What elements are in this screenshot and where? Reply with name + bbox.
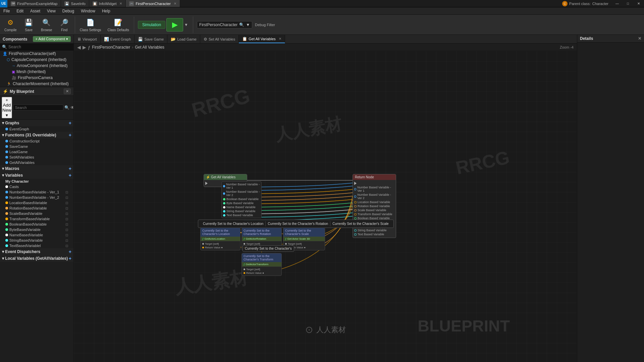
func-setall[interactable]: SetAllVariables: [0, 155, 73, 160]
play-dropdown[interactable]: ▼: [184, 22, 191, 27]
var-string[interactable]: StringBasedVariable ⊡: [0, 238, 73, 243]
copy-btn-11[interactable]: ⊡: [65, 244, 68, 248]
tab-getvars[interactable]: 📋 Get All Variables ✕: [239, 35, 285, 43]
var-rotation[interactable]: RotationBasedVariable ⊡: [0, 205, 73, 211]
menu-help[interactable]: Help: [99, 7, 114, 14]
var-name[interactable]: NameBasedVariable ⊡: [0, 232, 73, 238]
graphs-add-btn[interactable]: +: [69, 120, 71, 126]
var-mychar[interactable]: My Character: [0, 179, 73, 184]
menu-debug[interactable]: Debug: [59, 7, 77, 14]
tree-item-capsule[interactable]: ⬡ CapsuleComponent (Inherited): [0, 57, 73, 63]
dispatchers-add-btn[interactable]: +: [69, 249, 71, 254]
play-button[interactable]: ▶: [166, 18, 183, 32]
func-loadgame[interactable]: LoadGame: [0, 149, 73, 155]
copy-btn-10[interactable]: ⊡: [65, 239, 68, 242]
character-close[interactable]: ✕: [174, 2, 176, 5]
tooltip-location[interactable]: Currently Set to the Character's Locatio…: [201, 221, 266, 226]
debug-dropdown[interactable]: FirstPersonCharacter 🔍 ▼: [197, 21, 252, 28]
add-new-button[interactable]: + Add New ▾: [2, 97, 12, 118]
blueprint-canvas[interactable]: RRCG 人人素材 RRCG 人人素材: [74, 51, 577, 362]
copy-btn-8[interactable]: ⊡: [65, 228, 68, 232]
subcard-location[interactable]: Currently Set to theCharacter's Location…: [200, 228, 240, 250]
back-btn[interactable]: ◀: [77, 45, 81, 50]
class-defaults-button[interactable]: 📝 Class Defaults: [105, 16, 132, 33]
title-tab-saveinfo[interactable]: 💾 SaveInfo: [61, 0, 89, 7]
var-number1[interactable]: NumberBasedVariable - Ver_1 ⊡: [0, 189, 73, 195]
return-node[interactable]: Return Node Number Based Variable - Ver …: [353, 174, 396, 238]
tooltip-scale[interactable]: Currently Set to the Character's Scale: [330, 221, 391, 226]
title-tab-map[interactable]: 🗺 FirstPersonExampleMap: [7, 0, 61, 7]
components-search-input[interactable]: [8, 45, 71, 49]
tooltip-rotation[interactable]: Currently Set to the Character's Rotatio…: [266, 221, 330, 226]
output-pins-node[interactable]: Number Based Variable - Ver 1 Number Bas…: [221, 181, 262, 218]
tree-item-camera[interactable]: 🎥 FirstPersonCamera: [0, 75, 73, 81]
bc-character[interactable]: FirstPersonCharacter: [92, 45, 130, 50]
local-vars-header[interactable]: ▾ Local Variables (GetAllVariables) +: [0, 255, 73, 262]
local-vars-add-btn[interactable]: +: [69, 256, 71, 261]
func-construction[interactable]: ConstructionScript: [0, 138, 73, 144]
copy-btn-7[interactable]: ⊡: [65, 223, 68, 226]
copy-btn-4[interactable]: ⊡: [65, 206, 68, 210]
getvars-tab-close[interactable]: ✕: [279, 37, 281, 41]
details-close-btn[interactable]: ✕: [638, 36, 641, 41]
var-location[interactable]: LocationBasedVariable ⊡: [0, 200, 73, 205]
browse-button[interactable]: 🔍 Browse: [38, 16, 55, 33]
variables-add-btn[interactable]: +: [69, 173, 71, 178]
copy-btn-3[interactable]: ⊡: [65, 201, 68, 205]
class-settings-button[interactable]: 📄 Class Settings: [77, 16, 104, 33]
func-savegame[interactable]: SaveGame: [0, 144, 73, 149]
menu-file[interactable]: File: [0, 7, 13, 14]
functions-add-btn[interactable]: +: [69, 132, 71, 138]
var-byte[interactable]: ByteBasedVariable ⊡: [0, 227, 73, 232]
var-transform[interactable]: TransformBasedVariable ⊡: [0, 216, 73, 222]
tree-item-mesh[interactable]: ▣ Mesh (Inherited): [0, 69, 73, 75]
save-button[interactable]: 💾 Save: [20, 16, 37, 33]
tab-setvars[interactable]: ⚙ Set All Variables: [200, 35, 239, 43]
copy-btn-6[interactable]: ⊡: [65, 217, 68, 221]
blueprint-search-input[interactable]: [13, 105, 63, 111]
subcard-transform[interactable]: Currently Set to theCharacter's Transfor…: [241, 253, 282, 276]
compile-button[interactable]: ⚙ Compile: [2, 16, 19, 33]
tree-item-self[interactable]: 👤 FirstPersonCharacter(self): [0, 51, 73, 57]
title-tab-infowidget[interactable]: 📋 InfoWidget ✕: [89, 0, 126, 7]
var-number2[interactable]: NumberBasedVariable - Ver_2 ⊡: [0, 195, 73, 200]
var-text[interactable]: TextBasedVariablel ⊡: [0, 243, 73, 248]
maximize-btn[interactable]: □: [623, 0, 633, 7]
menu-view[interactable]: View: [44, 7, 59, 14]
copy-btn-1[interactable]: ⊡: [65, 190, 68, 194]
simulation-button[interactable]: Simulation: [138, 21, 165, 29]
functions-header[interactable]: ▾ Functions (31 Overridable) +: [0, 132, 73, 138]
macros-header[interactable]: ▾ Macros +: [0, 165, 73, 172]
add-component-button[interactable]: + Add Component ▾: [33, 36, 71, 42]
graphs-header[interactable]: ▾ Graphs +: [0, 120, 73, 126]
tab-eventgraph[interactable]: 📊 Event Graph: [101, 35, 135, 43]
tab-viewport[interactable]: 🖥 Viewport: [74, 35, 101, 43]
bc-getvars[interactable]: Get All Variables: [135, 45, 164, 50]
copy-btn-2[interactable]: ⊡: [65, 196, 68, 199]
tree-item-movement[interactable]: 🏃 CharacterMovement (Inherited): [0, 81, 73, 87]
tab-loadgame[interactable]: 📂 Load Game: [167, 35, 200, 43]
copy-btn-5[interactable]: ⊡: [65, 212, 68, 216]
bp-close-btn[interactable]: ✕: [64, 88, 71, 94]
copy-btn-9[interactable]: ⊡: [65, 233, 68, 237]
var-scale[interactable]: ScaleBasedVariable ⊡: [0, 211, 73, 216]
infowidget-close[interactable]: ✕: [119, 2, 122, 5]
find-button[interactable]: 🔎 Find: [56, 16, 73, 33]
tab-savegame[interactable]: 💾 Save Game: [135, 35, 167, 43]
title-tab-character[interactable]: 🎮 FirstPersonCharacter ✕: [126, 0, 180, 7]
eventgraph-item[interactable]: EventGraph: [0, 126, 73, 132]
func-getall[interactable]: GetAllVariables: [0, 160, 73, 165]
close-btn[interactable]: ✕: [633, 0, 644, 7]
forward-btn[interactable]: ▶: [83, 45, 86, 50]
dispatchers-header[interactable]: ▾ Event Dispatchers +: [0, 248, 73, 255]
var-casts[interactable]: Casts: [0, 184, 73, 189]
menu-asset[interactable]: Asset: [27, 7, 44, 14]
menu-edit[interactable]: Edit: [13, 7, 27, 14]
variables-header[interactable]: ▾ Variables +: [0, 172, 73, 179]
eye-button[interactable]: 👁: [70, 105, 74, 110]
menu-window[interactable]: Window: [77, 7, 99, 14]
components-header[interactable]: Components + Add Component ▾: [0, 35, 73, 44]
macros-add-btn[interactable]: +: [69, 166, 71, 171]
minimize-btn[interactable]: —: [612, 0, 623, 7]
var-boolean[interactable]: BooleanBasedVariable ⊡: [0, 222, 73, 227]
